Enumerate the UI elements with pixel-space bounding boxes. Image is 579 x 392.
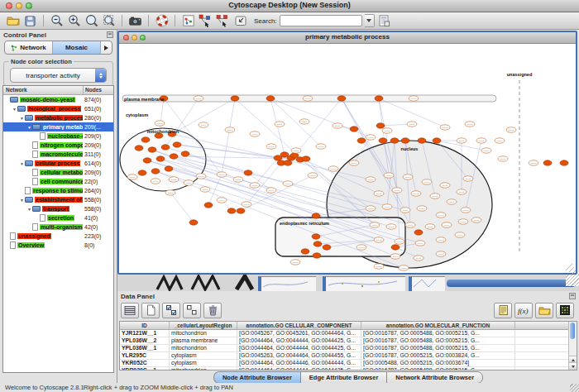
folder-icon (32, 206, 41, 212)
tree-row-multi-organism-pro[interactable]: multi-organism pro42(0) (3, 222, 113, 232)
new-attribute-button[interactable] (141, 303, 160, 318)
tree-row-nucleobase-con[interactable]: nucleobase-con209(0) (3, 131, 113, 141)
background-window[interactable] (409, 276, 445, 291)
tree-row-unassigned[interactable]: unassigned223(0) (3, 232, 113, 241)
column-header[interactable]: annotation.GO CELLULAR_COMPONENT (237, 322, 361, 329)
tree-row-node-count: 874(0) (83, 97, 113, 103)
column-nodes[interactable]: Nodes (83, 86, 113, 94)
scroll-down-button[interactable] (569, 362, 577, 370)
zoom-out-button[interactable] (49, 13, 65, 28)
attribute-matrix-button[interactable] (556, 303, 574, 318)
expand-triangle-icon[interactable]: ▼ (26, 125, 32, 130)
attribute-list-button[interactable] (494, 303, 512, 318)
tree-row-node-count: 651(0) (83, 106, 113, 112)
tree-row-secretion[interactable]: secretion41(0) (3, 213, 113, 222)
tree-row-label: Overview (17, 242, 45, 248)
tab-network[interactable]: Network (5, 41, 53, 54)
tree-row-nitrogen-compou[interactable]: nitrogen compou209(0) (3, 141, 113, 150)
unselect-all-attributes-button[interactable] (183, 303, 201, 318)
tree-row-primary-metabolic[interactable]: ▼primary metabolic209(... (3, 122, 113, 131)
table-cell: YDR039C__1 (120, 367, 170, 370)
tab-mosaic[interactable]: Mosaic (53, 41, 101, 54)
annotation-button[interactable] (180, 13, 196, 28)
resize-grip-icon[interactable] (566, 275, 579, 286)
expand-triangle-icon[interactable]: ▼ (19, 198, 25, 203)
resize-grip-icon[interactable] (570, 384, 579, 392)
table-row[interactable]: YKR052Ccytoplasm[GO:0044464, GO:0044446,… (120, 360, 577, 367)
tab-network-attribute-browser[interactable]: Network Attribute Browser (386, 371, 483, 384)
import-attributes-button[interactable] (535, 303, 553, 318)
expand-triangle-icon[interactable]: ▼ (12, 107, 17, 112)
stepper-icon (95, 69, 106, 82)
tree-row-node-count: 209(... (83, 124, 113, 130)
tree-row-response-to-stimulu[interactable]: response to stimulu264(0) (3, 186, 113, 195)
scrollbar-thumb[interactable] (570, 323, 575, 339)
tree-row-label: multi-organism pro (40, 224, 83, 230)
float-panel-icon[interactable] (107, 31, 113, 38)
table-row[interactable]: YDR039C__1mitochondrion[GO:0044464, GO:0… (120, 367, 577, 370)
zoom-selected-button[interactable] (101, 13, 117, 28)
background-window[interactable] (323, 276, 405, 291)
expand-triangle-icon[interactable]: ▼ (19, 161, 25, 166)
tree-row-label: metabolic process (35, 115, 83, 121)
floppy-disk-icon (24, 15, 36, 27)
background-window[interactable] (258, 276, 316, 291)
tab-edge-attribute-browser[interactable]: Edge Attribute Browser (300, 371, 386, 384)
column-header[interactable]: ID (120, 322, 170, 329)
table-row[interactable]: YLR295Ccytoplasm[GO:0045263, GO:0044464,… (120, 352, 577, 360)
tree-row-cell-communicati[interactable]: cell communicati22(0) (3, 177, 113, 186)
column-network[interactable]: Network (3, 86, 83, 94)
background-windows-strip (117, 275, 579, 291)
search-input[interactable] (280, 15, 362, 26)
group-legend: Node color selection (9, 58, 74, 65)
help-button[interactable] (154, 13, 170, 28)
tree-row-overview[interactable]: Overview8(0) (3, 241, 113, 250)
table-cell: cytoplasm (170, 352, 237, 359)
tree-row-node-count: 280(0) (83, 115, 113, 121)
page-icon (40, 214, 45, 222)
network-window-titlebar[interactable]: primary metabolic process (119, 32, 576, 44)
vizmapper-alt-button[interactable] (215, 13, 231, 28)
function-builder-button[interactable]: f(x) (514, 303, 533, 318)
table-row[interactable]: YJR121W__1mitochondrion[GO:0045267, GO:0… (120, 330, 577, 337)
zoom-fit-button[interactable] (84, 13, 99, 28)
zoom-in-button[interactable] (66, 13, 82, 28)
float-panel-icon[interactable] (569, 293, 576, 299)
expand-triangle-icon[interactable]: ▼ (26, 207, 32, 212)
zoom-out-icon (50, 14, 64, 27)
tree-row-transport[interactable]: ▼transport558(0) (3, 204, 113, 213)
tree-row-macromolecule[interactable]: macromolecule311(0) (3, 150, 113, 159)
table-mode-button[interactable] (121, 303, 139, 318)
tree-row-cellular-process[interactable]: ▼cellular process614(0) (3, 159, 113, 168)
tree-row-biological-process[interactable]: ▼biological_process651(0) (3, 104, 113, 113)
network-canvas[interactable]: plasma membranecytoplasmmitochondrionnuc… (119, 44, 576, 274)
tab-node-attribute-browser[interactable]: Node Attribute Browser (213, 371, 300, 384)
tree-row-cellular-metabol[interactable]: cellular metabol209(0) (3, 168, 113, 177)
tree-row-establishment-of-lo[interactable]: ▼establishment of lo558(0) (3, 195, 113, 204)
table-cell: [GO:0044464, GO:0044446, GO:0044444, G..… (237, 360, 361, 366)
background-window-titlebar[interactable] (447, 280, 576, 287)
table-row[interactable]: YPL036W__1mitochondrion[GO:0044464, GO:0… (120, 345, 577, 352)
table-cell: [GO:0044464, GO:0044444, GO:0044425, G..… (237, 367, 361, 370)
tree-row-mosaic-demo-yeast[interactable]: mosaic-demo-yeast874(0) (3, 95, 113, 104)
column-header[interactable]: annotation.GO MOLECULAR_FUNCTION (361, 322, 515, 329)
tab-overflow-button[interactable] (101, 41, 112, 54)
page-icon (32, 141, 38, 149)
column-header[interactable]: _cellularLayoutRegion (170, 322, 237, 329)
function-icon: f(x) (517, 304, 530, 316)
import-button[interactable] (232, 13, 248, 28)
table-row[interactable]: YPL036W__2plasma membrane[GO:0044464, GO… (120, 337, 577, 345)
search-dropdown-button[interactable] (365, 14, 375, 27)
search-settings-button[interactable] (376, 13, 392, 28)
snapshot-button[interactable] (127, 13, 143, 28)
expand-triangle-icon[interactable]: ▼ (19, 116, 25, 121)
open-session-button[interactable] (5, 13, 21, 28)
save-session-button[interactable] (22, 13, 38, 28)
node-color-dropdown[interactable]: transporter activity (10, 68, 107, 83)
delete-attribute-button[interactable] (203, 303, 222, 318)
vizmapper-button[interactable] (198, 13, 213, 28)
select-all-attributes-button[interactable] (162, 303, 180, 318)
tree-row-metabolic-process[interactable]: ▼metabolic process280(0) (3, 113, 113, 122)
network-view-window[interactable]: primary metabolic process plasma membran… (117, 31, 577, 275)
table-scrollbar[interactable] (568, 322, 577, 370)
